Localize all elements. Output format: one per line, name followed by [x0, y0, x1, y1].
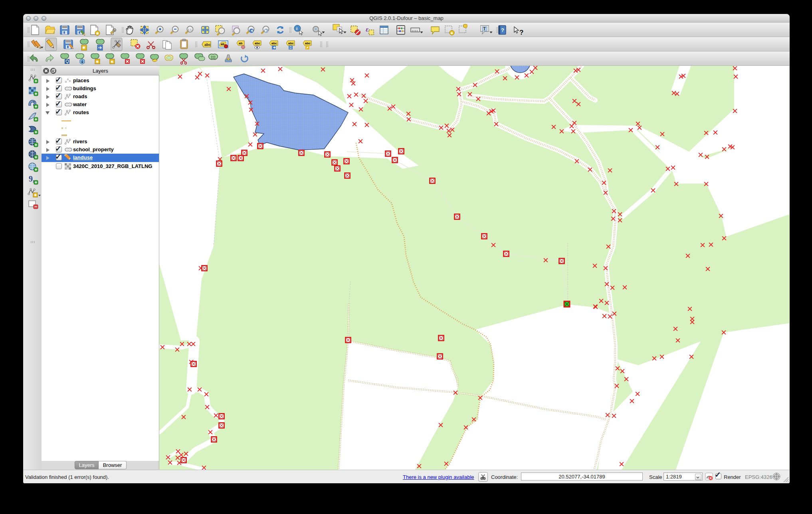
svg-text:✱: ✱: [111, 60, 114, 64]
svg-text:✱: ✱: [451, 32, 454, 35]
svg-text:abc: abc: [305, 42, 311, 45]
svg-text:✱: ✱: [34, 193, 37, 197]
svg-text:T: T: [483, 27, 486, 31]
svg-text:abc: abc: [288, 42, 294, 45]
svg-text:i: i: [296, 26, 297, 31]
svg-text:1:1: 1:1: [188, 28, 192, 31]
svg-text:?: ?: [519, 29, 523, 36]
svg-text:ab: ab: [221, 42, 224, 46]
svg-text:abc: abc: [271, 42, 277, 45]
svg-text:✱: ✱: [82, 45, 85, 50]
svg-text:✱: ✱: [96, 32, 99, 36]
svg-text:?: ?: [501, 27, 504, 33]
svg-text:✱: ✱: [96, 60, 99, 64]
svg-text:ε: ε: [366, 26, 368, 33]
svg-text:abc: abc: [255, 42, 260, 45]
svg-text:abc: abc: [204, 43, 211, 47]
svg-text:ab: ab: [239, 42, 242, 45]
